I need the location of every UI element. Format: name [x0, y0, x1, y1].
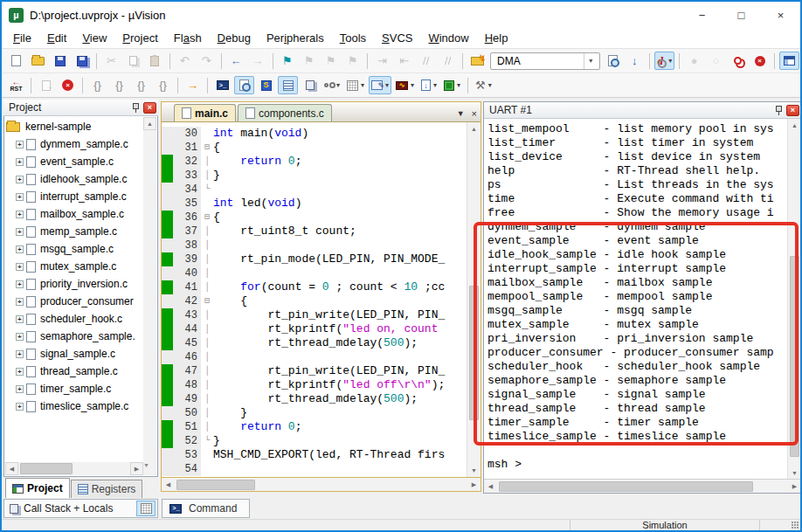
expand-icon[interactable]: + — [16, 193, 24, 201]
menu-help[interactable]: Help — [477, 29, 516, 47]
chevron-down-icon[interactable]: ▾ — [488, 81, 492, 89]
menu-debug[interactable]: Debug — [210, 29, 259, 47]
toggle-breakpoint-button[interactable]: ● — [684, 52, 704, 70]
scroll-down-icon[interactable]: ▼ — [788, 466, 801, 479]
scroll-thumb[interactable] — [790, 256, 799, 458]
scroll-thumb[interactable] — [176, 480, 255, 490]
project-hscrollbar[interactable]: ◀ ▶ — [5, 462, 143, 475]
maximize-button[interactable]: □ — [722, 2, 761, 28]
tree-item[interactable]: +priority_inversion.c — [6, 275, 143, 293]
tab-registers[interactable]: Registers — [71, 480, 143, 498]
navigate-forward-button[interactable]: → — [248, 52, 268, 70]
uart-vscrollbar[interactable]: ▲ ▼ — [787, 119, 801, 479]
scroll-left-icon[interactable]: ◀ — [5, 462, 18, 475]
tree-item[interactable]: +interrupt_sample.c — [6, 188, 143, 205]
comment-button[interactable]: // — [416, 52, 436, 70]
scroll-down-icon[interactable]: ▼ — [467, 464, 481, 477]
chevron-down-icon[interactable]: ▾ — [584, 53, 598, 69]
scroll-left-icon[interactable]: ◀ — [162, 478, 175, 491]
clear-bookmarks-button[interactable]: ⚑ — [342, 52, 363, 70]
command-window-button[interactable] — [212, 76, 232, 94]
disassembly-window-button[interactable] — [234, 76, 254, 94]
watch-window-button[interactable]: ▾ — [321, 76, 342, 94]
uncomment-button[interactable]: // — [438, 52, 458, 70]
tree-item[interactable]: +mailbox_sample.c — [6, 205, 143, 223]
memory-button[interactable] — [136, 501, 156, 516]
insert-bookmark-button[interactable]: ⚑ — [277, 52, 297, 70]
chevron-down-icon[interactable]: ▾ — [385, 81, 389, 89]
cut-button[interactable]: ✂ — [101, 52, 121, 70]
open-file-button[interactable] — [28, 52, 48, 70]
system-viewer-button[interactable]: ▾ — [441, 76, 463, 94]
close-editor-button[interactable]: × — [472, 108, 477, 119]
tab-project[interactable]: Project — [5, 478, 70, 498]
menu-file[interactable]: File — [5, 29, 39, 47]
menu-peripherals[interactable]: Peripherals — [259, 29, 332, 47]
registers-window-button[interactable] — [278, 76, 298, 94]
disable-all-breakpoints-button[interactable] — [728, 52, 748, 70]
minimize-button[interactable]: − — [682, 2, 722, 28]
scroll-up-icon[interactable]: ▲ — [143, 117, 156, 130]
tree-item[interactable]: +producer_consumer — [6, 293, 143, 310]
save-all-button[interactable] — [72, 52, 92, 70]
expand-icon[interactable]: + — [16, 385, 24, 393]
uart-hscrollbar[interactable]: ◀ ▶ — [484, 479, 801, 493]
stop-button[interactable] — [58, 76, 78, 94]
step-over-button[interactable]: {} — [109, 76, 129, 94]
tree-item[interactable]: +timeslice_sample.c — [6, 397, 143, 415]
menu-window[interactable]: Window — [420, 29, 476, 47]
tree-item[interactable]: +signal_sample.c — [6, 345, 143, 363]
expand-icon[interactable]: + — [16, 141, 24, 149]
show-next-statement-button[interactable]: → — [183, 76, 203, 94]
call-stack-window-button[interactable] — [300, 76, 320, 94]
chevron-down-icon[interactable]: ▾ — [336, 81, 340, 89]
close-button[interactable]: × — [761, 2, 800, 28]
tree-item[interactable]: +msgq_sample.c — [6, 240, 143, 258]
menu-tools[interactable]: Tools — [332, 29, 374, 47]
call-stack-bar[interactable]: Call Stack + Locals — [3, 499, 158, 518]
indent-button[interactable]: ⇥ — [372, 52, 392, 70]
step-out-button[interactable]: {} — [131, 76, 151, 94]
expand-icon[interactable]: + — [16, 245, 24, 253]
tree-item[interactable]: +mutex_sample.c — [6, 258, 143, 275]
code-area[interactable]: 30int main(void)31⊟{32│ return 0;33│}34└… — [162, 122, 467, 477]
tree-item[interactable]: +scheduler_hook.c — [6, 310, 143, 328]
scroll-left-icon[interactable]: ◀ — [484, 480, 497, 493]
chevron-down-icon[interactable]: ▾ — [433, 81, 437, 89]
enable-breakpoint-button[interactable]: ○ — [706, 52, 726, 70]
tab-command[interactable]: Command — [162, 499, 250, 518]
expand-icon[interactable]: + — [16, 158, 24, 166]
expand-icon[interactable]: + — [16, 403, 24, 411]
tab-components-c[interactable]: components.c — [238, 104, 332, 121]
scroll-up-icon[interactable]: ▲ — [788, 119, 801, 131]
load-application-button[interactable] — [467, 52, 487, 70]
expand-icon[interactable]: + — [16, 368, 24, 376]
expand-icon[interactable]: + — [16, 228, 24, 236]
expand-icon[interactable]: + — [16, 176, 24, 183]
undo-button[interactable]: ↶ — [175, 52, 195, 70]
fold-marker[interactable]: ⊟ — [201, 141, 213, 155]
scroll-thumb[interactable] — [499, 481, 753, 492]
new-file-button[interactable] — [6, 52, 26, 70]
chevron-down-icon[interactable]: ▾ — [668, 57, 672, 65]
outdent-button[interactable]: ⇤ — [394, 52, 414, 70]
scroll-thumb[interactable] — [469, 286, 479, 420]
scroll-thumb[interactable] — [20, 463, 73, 474]
pin-icon[interactable] — [775, 106, 783, 115]
expand-icon[interactable]: + — [16, 211, 24, 218]
scroll-right-icon[interactable]: ▶ — [130, 462, 143, 475]
next-bookmark-button[interactable]: ⚑ — [321, 52, 341, 70]
kill-all-breakpoints-button[interactable] — [750, 52, 770, 70]
debug-toolbox-button[interactable]: ⚒▾ — [473, 76, 494, 94]
tree-item[interactable]: +idlehook_sample.c — [6, 170, 143, 188]
chevron-down-icon[interactable]: ▾ — [411, 81, 414, 89]
reset-cpu-button[interactable]: RST — [6, 76, 26, 94]
tree-item[interactable]: +event_sample.c — [6, 153, 143, 170]
menu-svcs[interactable]: SVCS — [374, 29, 420, 47]
tree-item[interactable]: +semaphore_sample. — [6, 328, 143, 345]
close-panel-button[interactable]: × — [143, 102, 156, 114]
run-to-cursor-button[interactable]: {} — [153, 76, 173, 94]
paste-button[interactable] — [145, 52, 165, 70]
step-in-button[interactable]: {} — [87, 76, 107, 94]
run-button[interactable] — [36, 76, 56, 94]
